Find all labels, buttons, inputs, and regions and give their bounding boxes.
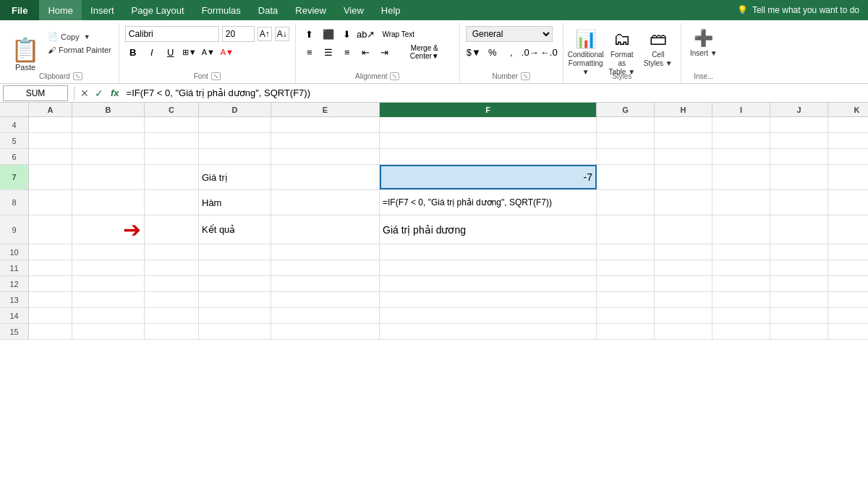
cell-e7[interactable] — [271, 165, 380, 189]
cell-c15[interactable] — [145, 324, 199, 339]
cell-d4[interactable] — [199, 117, 271, 132]
cell-b9[interactable]: ➔ — [72, 215, 145, 244]
decrease-font-size-button[interactable]: A↓ — [275, 27, 289, 41]
cell-h11[interactable] — [655, 260, 712, 275]
cell-e6[interactable] — [271, 149, 380, 164]
cell-f5[interactable] — [380, 133, 597, 148]
name-box[interactable] — [3, 85, 68, 101]
home-menu[interactable]: Home — [39, 0, 82, 20]
cell-j8[interactable] — [770, 190, 828, 215]
font-size-input[interactable] — [222, 26, 255, 42]
border-button[interactable]: ⊞▼ — [182, 44, 197, 60]
cell-c5[interactable] — [145, 133, 199, 148]
align-left-button[interactable]: ≡ — [302, 44, 318, 60]
cell-g8[interactable] — [597, 190, 655, 215]
cell-c12[interactable] — [145, 276, 199, 291]
cell-c7[interactable] — [145, 165, 199, 189]
number-format-select[interactable]: General Number Currency Percentage Text — [466, 26, 553, 42]
cell-d12[interactable] — [199, 276, 271, 291]
cell-g5[interactable] — [597, 133, 655, 148]
cell-b11[interactable] — [72, 260, 145, 275]
cell-g11[interactable] — [597, 260, 655, 275]
col-header-c[interactable]: C — [145, 103, 199, 117]
cell-h12[interactable] — [655, 276, 712, 291]
cell-j6[interactable] — [770, 149, 828, 164]
cell-d9[interactable]: Kết quả — [199, 215, 271, 244]
cell-k7[interactable] — [828, 165, 868, 189]
row-num-7[interactable]: 7 — [0, 165, 29, 189]
align-center-button[interactable]: ☰ — [320, 44, 336, 60]
cell-i10[interactable] — [712, 244, 770, 260]
decrease-indent-button[interactable]: ⇤ — [358, 44, 374, 60]
cell-a9[interactable] — [29, 215, 72, 244]
cell-f14[interactable] — [380, 308, 597, 323]
cell-j11[interactable] — [770, 260, 828, 275]
cell-g6[interactable] — [597, 149, 655, 164]
cell-b13[interactable] — [72, 292, 145, 307]
cell-f4[interactable] — [380, 117, 597, 132]
cell-i11[interactable] — [712, 260, 770, 275]
orientation-button[interactable]: ab↗ — [358, 26, 374, 42]
cell-i9[interactable] — [712, 215, 770, 244]
formulas-menu[interactable]: Formulas — [193, 0, 250, 20]
cell-e13[interactable] — [271, 292, 380, 307]
cell-b7[interactable] — [72, 165, 145, 189]
cell-i7[interactable] — [712, 165, 770, 189]
cell-c14[interactable] — [145, 308, 199, 323]
cell-k11[interactable] — [828, 260, 868, 275]
cell-k4[interactable] — [828, 117, 868, 132]
bold-button[interactable]: B — [125, 44, 141, 60]
decrease-decimal-button[interactable]: ←.0 — [541, 44, 557, 60]
alignment-expand-icon[interactable]: ⤡ — [390, 72, 399, 80]
cell-e12[interactable] — [271, 276, 380, 291]
cell-d10[interactable] — [199, 244, 271, 260]
cell-c9[interactable] — [145, 215, 199, 244]
cell-d6[interactable] — [199, 149, 271, 164]
cell-h8[interactable] — [655, 190, 712, 215]
cell-h6[interactable] — [655, 149, 712, 164]
cell-a10[interactable] — [29, 244, 72, 260]
cell-i13[interactable] — [712, 292, 770, 307]
cell-j14[interactable] — [770, 308, 828, 323]
row-num-8[interactable]: 8 — [0, 190, 29, 215]
cell-i5[interactable] — [712, 133, 770, 148]
cell-b8[interactable] — [72, 190, 145, 215]
row-num-10[interactable]: 10 — [0, 244, 29, 260]
cell-e9[interactable] — [271, 215, 380, 244]
insert-cells-button[interactable]: ➕ Insert ▼ — [687, 26, 720, 61]
cell-h10[interactable] — [655, 244, 712, 260]
cell-j4[interactable] — [770, 117, 828, 132]
cell-j13[interactable] — [770, 292, 828, 307]
number-expand-icon[interactable]: ⤡ — [521, 72, 530, 80]
col-header-f[interactable]: F — [380, 103, 597, 117]
cell-e14[interactable] — [271, 308, 380, 323]
cell-j5[interactable] — [770, 133, 828, 148]
cell-h5[interactable] — [655, 133, 712, 148]
comma-button[interactable]: , — [503, 44, 519, 60]
cell-a7[interactable] — [29, 165, 72, 189]
row-num-12[interactable]: 12 — [0, 276, 29, 291]
cell-a15[interactable] — [29, 324, 72, 339]
cell-e4[interactable] — [271, 117, 380, 132]
view-menu[interactable]: View — [335, 0, 373, 20]
cell-a5[interactable] — [29, 133, 72, 148]
row-num-6[interactable]: 6 — [0, 149, 29, 164]
cell-h13[interactable] — [655, 292, 712, 307]
increase-font-size-button[interactable]: A↑ — [258, 27, 272, 41]
col-header-g[interactable]: G — [597, 103, 655, 117]
row-num-13[interactable]: 13 — [0, 292, 29, 307]
percent-button[interactable]: % — [485, 44, 501, 60]
cell-f10[interactable] — [380, 244, 597, 260]
cell-c4[interactable] — [145, 117, 199, 132]
cell-h4[interactable] — [655, 117, 712, 132]
cell-b5[interactable] — [72, 133, 145, 148]
cell-k10[interactable] — [828, 244, 868, 260]
cell-g10[interactable] — [597, 244, 655, 260]
cell-a4[interactable] — [29, 117, 72, 132]
cell-d5[interactable] — [199, 133, 271, 148]
cell-h15[interactable] — [655, 324, 712, 339]
copy-button[interactable]: 📄 Copy ▼ — [45, 30, 114, 43]
cell-j15[interactable] — [770, 324, 828, 339]
format-painter-button[interactable]: 🖌 Format Painter — [45, 44, 114, 56]
row-num-4[interactable]: 4 — [0, 117, 29, 132]
